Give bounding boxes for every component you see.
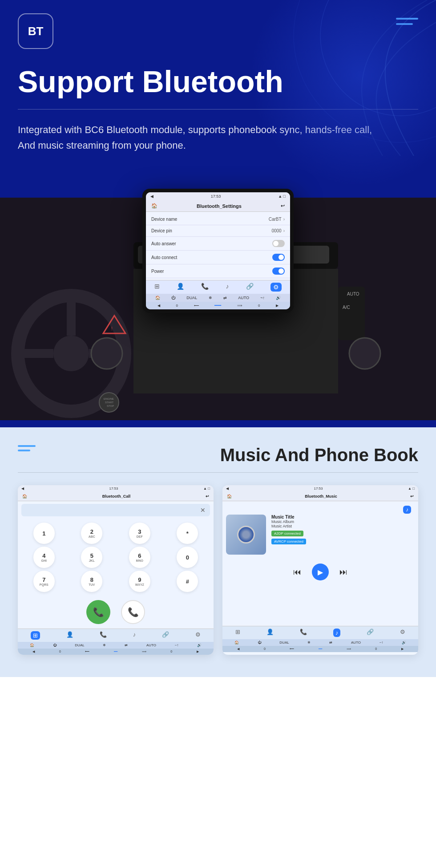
screens-row: ◀ 17:53 ▲ □ 🏠 Bluetooth_Call ↩ ✕ 1 2ABC … xyxy=(18,485,418,655)
auto-connect-toggle[interactable] xyxy=(272,254,285,261)
screen-return-icon[interactable]: ↩ xyxy=(281,203,285,209)
phone-statusbar: ◀ 17:53 ▲ □ xyxy=(18,485,214,492)
mc-power[interactable]: ⏻ xyxy=(258,641,261,645)
dialpad-3[interactable]: 3DEF xyxy=(129,523,150,544)
screen-row-auto-answer[interactable]: Auto answer xyxy=(146,237,290,251)
dialpad-hash[interactable]: # xyxy=(177,571,198,592)
phone-status-icons: ▲ □ xyxy=(203,487,210,491)
screen-nav-title: Bluetooth_Settings xyxy=(197,203,242,209)
bt-logo: BT xyxy=(18,13,53,49)
dialpad-7[interactable]: 7PQRS xyxy=(33,571,55,592)
dialpad-6[interactable]: 6MNO xyxy=(129,547,150,568)
avrcp-badge: AVRCP connected xyxy=(271,539,306,544)
phone-nav-phone[interactable]: 📞 xyxy=(100,631,107,640)
phone-nav-link[interactable]: 🔗 xyxy=(162,631,169,640)
device-frame: ◀ 17:53 ▲ □ 🏠 Bluetooth_Settings ↩ Devic… xyxy=(142,189,294,313)
music-prev-btn[interactable]: ⏮ xyxy=(293,568,301,577)
bottom-hamburger-menu[interactable] xyxy=(18,445,36,451)
nav-settings-icon[interactable]: ⚙ xyxy=(270,283,282,292)
nav-grid-icon[interactable]: ⊞ xyxy=(154,283,160,292)
main-device: ◀ 17:53 ▲ □ 🏠 Bluetooth_Settings ↩ Devic… xyxy=(142,189,294,313)
mc-ac[interactable]: ⇄ xyxy=(329,641,332,645)
dialpad-5[interactable]: 5JKL xyxy=(81,547,102,568)
dialpad-star[interactable]: * xyxy=(177,523,198,544)
dialpad-2[interactable]: 2ABC xyxy=(81,523,102,544)
ctrl-fan[interactable]: ~↑ xyxy=(260,296,265,300)
auto-answer-toggle[interactable] xyxy=(272,240,285,247)
phone-nav-grid[interactable]: ⊞ xyxy=(31,631,40,640)
nav-user-icon[interactable]: 👤 xyxy=(177,283,184,292)
dialpad-0[interactable]: 0 xyxy=(177,547,198,568)
svg-text:!: ! xyxy=(111,326,113,331)
phone-nav-settings[interactable]: ⚙ xyxy=(195,631,201,640)
music-screen-device: ◀ 17:53 ▲ □ 🏠 Bluetooth_Music ↩ ♪ Mu xyxy=(222,485,418,655)
call-outline-btn[interactable]: 📞 xyxy=(121,600,145,624)
hero-description-line1: Integrated with BC6 Bluetooth module, su… xyxy=(18,122,374,153)
music-nav-link[interactable]: 🔗 xyxy=(367,629,374,637)
hero-header: BT xyxy=(18,13,418,49)
music-nav-user[interactable]: 👤 xyxy=(266,629,274,637)
ctrl-volume[interactable]: 🔊 xyxy=(276,296,281,300)
music-nav-back-top[interactable]: ◀ xyxy=(226,487,229,491)
dialpad-1[interactable]: 1 xyxy=(33,523,55,544)
phone-time: 17:53 xyxy=(109,487,118,491)
mc-home[interactable]: 🏠 xyxy=(234,641,239,645)
dialpad-4[interactable]: 4GHI xyxy=(33,547,55,568)
music-next-btn[interactable]: ⏭ xyxy=(339,568,347,577)
screen-home-icon[interactable]: 🏠 xyxy=(151,203,157,209)
phone-nav-music[interactable]: ♪ xyxy=(133,631,136,640)
mc-vol[interactable]: 🔊 xyxy=(402,641,406,645)
hamburger-menu[interactable] xyxy=(396,18,418,25)
music-nav-music[interactable]: ♪ xyxy=(333,629,341,637)
screen-row-auto-connect[interactable]: Auto connect xyxy=(146,251,290,264)
music-nav-settings[interactable]: ⚙ xyxy=(400,629,405,637)
mc-dual: DUAL xyxy=(279,641,289,645)
svg-point-4 xyxy=(53,336,89,371)
dialpad-9[interactable]: 9WXYZ xyxy=(129,571,150,592)
phone-nav-back-top[interactable]: ◀ xyxy=(21,487,24,491)
ctrl-auto: AUTO xyxy=(238,296,249,300)
music-home-icon[interactable]: 🏠 xyxy=(227,494,232,499)
pc-power[interactable]: ⏻ xyxy=(53,643,57,647)
nav-link-icon[interactable]: 🔗 xyxy=(246,283,254,292)
screen-nav-back-top[interactable]: ◀ xyxy=(150,194,153,199)
ctrl-ac[interactable]: ⇄ xyxy=(223,296,227,300)
svg-point-20 xyxy=(91,338,122,369)
bottom-section: Music And Phone Book ◀ 17:53 ▲ □ 🏠 Bluet… xyxy=(0,427,436,677)
music-note-icon: ♪ xyxy=(403,506,411,514)
phone-return-icon[interactable]: ↩ xyxy=(206,494,209,499)
screen-status-icons: ▲ □ xyxy=(278,194,286,199)
pc-vol[interactable]: 🔊 xyxy=(197,643,202,647)
phone-nav-user[interactable]: 👤 xyxy=(66,631,73,640)
music-title: Music Title xyxy=(271,515,415,519)
dialpad-clear-btn[interactable]: ✕ xyxy=(200,507,206,514)
music-return-icon[interactable]: ↩ xyxy=(410,494,414,499)
ctrl-dual: DUAL xyxy=(186,296,197,300)
pc-home[interactable]: 🏠 xyxy=(30,643,34,647)
pc-fan[interactable]: ~↑ xyxy=(175,643,179,647)
mc-fan[interactable]: ~↑ xyxy=(379,641,384,645)
pc-ac[interactable]: ⇄ xyxy=(125,643,128,647)
screen-row-device-name[interactable]: Device name CarBT › xyxy=(146,214,290,225)
phone-home-icon[interactable]: 🏠 xyxy=(22,494,27,499)
bottom-divider xyxy=(18,472,418,473)
music-nav-phone[interactable]: 📞 xyxy=(300,629,307,637)
music-nav-grid[interactable]: ⊞ xyxy=(235,629,240,637)
music-play-btn[interactable]: ▶ xyxy=(312,564,329,580)
screen-time: 17:53 xyxy=(211,194,221,199)
ctrl-power[interactable]: ⏻ xyxy=(171,296,175,300)
pc-snowflake[interactable]: ❄ xyxy=(103,643,106,647)
nav-music-icon[interactable]: ♪ xyxy=(226,283,229,292)
screen-row-power[interactable]: Power xyxy=(146,264,290,278)
svg-text:STOP: STOP xyxy=(107,405,114,407)
power-toggle[interactable] xyxy=(272,268,285,275)
ctrl-home[interactable]: 🏠 xyxy=(155,296,160,300)
ctrl-snowflake[interactable]: ❄ xyxy=(209,296,212,300)
nav-phone-icon[interactable]: 📞 xyxy=(201,283,209,292)
mc-snowflake[interactable]: ❄ xyxy=(307,641,311,645)
dialpad-8[interactable]: 8TUV xyxy=(81,571,102,592)
screen-row-device-pin[interactable]: Device pin 0000 › xyxy=(146,225,290,237)
album-art xyxy=(226,515,266,555)
music-nav-bar: 🏠 Bluetooth_Music ↩ xyxy=(222,492,418,501)
call-green-btn[interactable]: 📞 xyxy=(86,600,110,624)
